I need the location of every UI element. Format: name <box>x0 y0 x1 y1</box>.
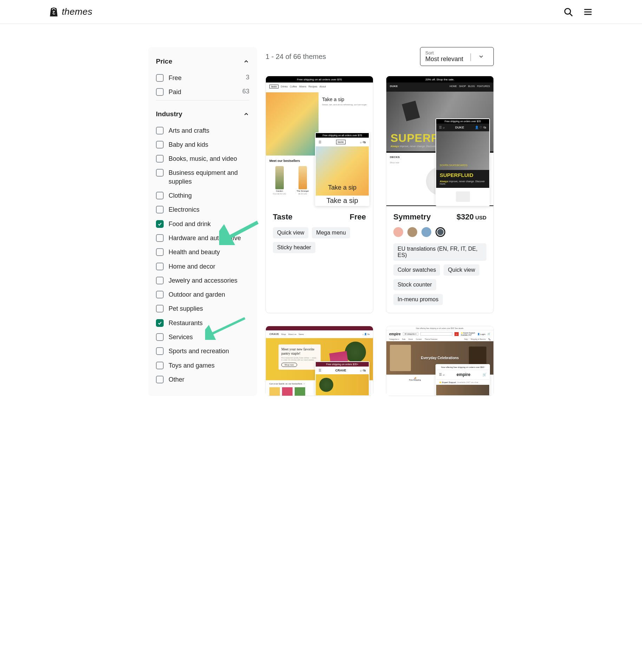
menu-icon[interactable] <box>583 7 593 17</box>
results-count: 1 - 24 of 66 themes <box>266 53 326 61</box>
color-swatch[interactable] <box>407 227 417 237</box>
feature-tag: EU translations (EN, FR, IT, DE, ES) <box>393 243 486 261</box>
feature-tag: In-menu promos <box>393 294 443 305</box>
logo[interactable]: themes <box>49 6 92 17</box>
checkbox[interactable] <box>156 169 164 177</box>
checkbox[interactable] <box>156 234 164 242</box>
checkbox[interactable] <box>156 376 164 383</box>
checkbox[interactable] <box>156 141 164 149</box>
theme-card-taste[interactable]: Free shipping on all orders over $70 tas… <box>266 76 373 313</box>
checkbox[interactable] <box>156 88 164 96</box>
filter-label: Clothing <box>169 191 249 200</box>
theme-card-crave[interactable]: CRAVEShopAbout usNews⌕ 👤 🛍 Meet your new… <box>266 326 373 396</box>
filter-label: Sports and recreation <box>169 347 249 355</box>
checkbox[interactable] <box>156 206 164 213</box>
chevron-up-icon <box>243 111 249 117</box>
filter-sidebar: Price Free3Paid63 Industry Arts and craf… <box>148 47 257 396</box>
search-icon[interactable] <box>563 7 573 17</box>
filter-option[interactable]: Home and decor <box>156 262 249 271</box>
chevron-up-icon <box>243 58 249 65</box>
filter-option[interactable]: Free3 <box>156 74 249 82</box>
filter-option[interactable]: Toys and games <box>156 361 249 370</box>
filter-section-price: Price Free3Paid63 <box>156 54 249 97</box>
thumb-mobile-overlay: Now offering free shipping on orders ove… <box>435 364 490 396</box>
checkbox[interactable] <box>156 74 164 82</box>
filter-label: Home and decor <box>169 262 249 271</box>
thumb-mobile-overlay: Free shipping on all orders over $70 ☰ta… <box>315 132 369 206</box>
checkbox[interactable] <box>156 248 164 256</box>
feature-tag: Mega menu <box>312 227 350 238</box>
filter-label: Pet supplies <box>169 304 249 313</box>
filter-option[interactable]: Other <box>156 375 249 384</box>
checkbox[interactable] <box>156 291 164 298</box>
feature-tag: Quick view <box>273 227 308 238</box>
theme-card-empire[interactable]: Now offering free shipping on all orders… <box>386 326 494 396</box>
feature-tag: Sticky header <box>273 242 315 253</box>
checkbox[interactable] <box>156 220 164 228</box>
filter-option[interactable]: Hardware and automotive <box>156 234 249 242</box>
filter-option[interactable]: Pet supplies <box>156 304 249 313</box>
filter-label: Hardware and automotive <box>169 234 249 242</box>
filter-option[interactable]: Sports and recreation <box>156 347 249 355</box>
checkbox[interactable] <box>156 305 164 312</box>
theme-thumbnail: Free shipping on all orders over $70 tas… <box>266 76 373 206</box>
divider: | <box>470 52 472 61</box>
color-swatches <box>393 227 486 237</box>
checkbox[interactable] <box>156 319 164 327</box>
filter-option[interactable]: Health and beauty <box>156 248 249 256</box>
filter-section-industry: Industry Arts and craftsBaby and kidsBoo… <box>156 107 249 384</box>
filter-option[interactable]: Food and drink <box>156 220 249 228</box>
sort-dropdown[interactable]: Sort Most relevant | <box>420 47 494 66</box>
filter-option[interactable]: Books, music, and video <box>156 154 249 163</box>
checkbox[interactable] <box>156 362 164 369</box>
checkbox[interactable] <box>156 192 164 199</box>
checkbox[interactable] <box>156 127 164 134</box>
filter-option[interactable]: Clothing <box>156 191 249 200</box>
filter-label: Books, music, and video <box>169 154 249 163</box>
sort-value: Most relevant <box>425 55 463 63</box>
theme-name: Taste <box>273 212 293 222</box>
filter-header-price[interactable]: Price <box>156 54 249 69</box>
thumb-promo-bar: Free shipping on all orders over $70 <box>266 76 373 83</box>
filter-option[interactable]: Restaurants <box>156 319 249 327</box>
sort-label: Sort <box>425 50 463 55</box>
check-icon <box>157 321 162 325</box>
logo-text: themes <box>62 6 92 17</box>
theme-card-symmetry[interactable]: 20% off. Shop the sale. DUKE HOMESHOPBLO… <box>386 76 494 313</box>
filter-header-industry[interactable]: Industry <box>156 107 249 121</box>
checkbox[interactable] <box>156 277 164 284</box>
thumb-mobile-overlay: Free shipping on orders over $35 ☰ ⌕DUKE… <box>435 118 490 206</box>
color-swatch[interactable] <box>421 227 431 237</box>
filter-label: Other <box>169 375 249 384</box>
filter-title: Price <box>156 58 172 65</box>
filter-option[interactable]: Paid63 <box>156 88 249 96</box>
theme-name: Symmetry <box>393 212 431 222</box>
filter-option[interactable]: Outdoor and garden <box>156 290 249 299</box>
filter-count: 63 <box>242 88 249 95</box>
filter-label: Health and beauty <box>169 248 249 256</box>
color-swatch[interactable] <box>435 227 445 237</box>
filter-option[interactable]: Business equipment and supplies <box>156 169 249 186</box>
chevron-down-icon <box>478 53 484 60</box>
checkbox[interactable] <box>156 347 164 355</box>
filter-label: Toys and games <box>169 361 249 370</box>
filter-option[interactable]: Baby and kids <box>156 140 249 149</box>
thumb-hero-text: Take a sip <box>322 97 344 102</box>
feature-tag: Stock counter <box>393 279 436 290</box>
checkbox[interactable] <box>156 155 164 163</box>
filter-label: Restaurants <box>169 319 249 327</box>
color-swatch[interactable] <box>393 227 403 237</box>
filter-option[interactable]: Jewelry and accessories <box>156 276 249 285</box>
filter-title: Industry <box>156 110 182 118</box>
filter-option[interactable]: Services <box>156 333 249 341</box>
check-icon <box>157 222 162 226</box>
checkbox[interactable] <box>156 333 164 341</box>
checkbox[interactable] <box>156 263 164 270</box>
filter-option[interactable]: Arts and crafts <box>156 126 249 135</box>
thumb-nav: taste DrinksCoffeeMixersRecipesAbout <box>266 83 373 91</box>
thumb-nav: DUKE HOMESHOPBLOGFEATURES <box>386 83 493 90</box>
price-currency: USD <box>475 215 486 220</box>
filter-option[interactable]: Electronics <box>156 205 249 214</box>
filter-label: Food and drink <box>169 220 249 228</box>
theme-tags: Quick viewMega menuSticky header <box>273 227 366 253</box>
